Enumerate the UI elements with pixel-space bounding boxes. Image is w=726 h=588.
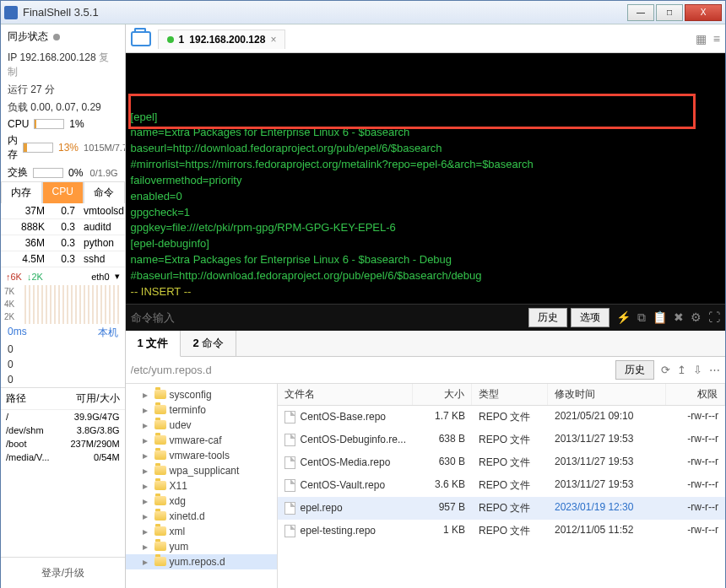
process-row[interactable]: 37M0.7vmtoolsd [1,203,125,219]
folder-icon [154,526,166,536]
tree-item[interactable]: ▸yum.repos.d [126,554,277,569]
maximize-button[interactable]: □ [656,4,683,21]
col-name[interactable]: 文件名 [278,384,413,405]
file-row[interactable]: epel.repo957 BREPO 文件2023/01/19 12:30-rw… [278,497,725,520]
file-row[interactable]: CentOS-Vault.repo3.6 KBREPO 文件2013/11/27… [278,474,725,497]
mem-meter [23,143,53,153]
tree-twisty-icon[interactable]: ▸ [143,556,151,568]
process-row[interactable]: 888K0.3auditd [1,219,125,235]
fm-tab-files[interactable]: 1 文件 [126,331,182,357]
tree-item[interactable]: ▸X11 [126,478,277,494]
session-close-icon[interactable]: × [270,34,276,46]
session-status-icon [167,36,174,43]
tree-item[interactable]: ▸wpa_supplicant [126,463,277,478]
app-title: FinalShell 3.5.1 [23,6,99,19]
refresh-icon[interactable]: ⟳ [661,364,670,376]
tree-item[interactable]: ▸yum [126,539,277,554]
grid-view-icon[interactable]: ▦ [696,32,707,46]
disk-row[interactable]: /39.9G/47G [1,410,125,423]
download-icon[interactable]: ⇩ [693,364,702,376]
file-icon [284,456,295,469]
tree-item[interactable]: ▸vmware-tools [126,448,277,463]
file-row[interactable]: CentOS-Debuginfo.re...638 BREPO 文件2013/1… [278,429,725,451]
folder-tree[interactable]: ▸sysconfig▸terminfo▸udev▸vmware-caf▸vmwa… [126,384,278,588]
tree-twisty-icon[interactable]: ▸ [143,450,151,461]
upload-icon[interactable]: ↥ [677,364,686,376]
insert-mode-label: -- INSERT -- [131,284,720,300]
login-link[interactable]: 登录/升级 [1,557,125,588]
tree-twisty-icon[interactable]: ▸ [143,419,151,431]
process-row[interactable]: 4.5M0.3sshd [1,251,125,267]
path-input[interactable] [131,364,612,376]
net-iface: eth0 [91,272,109,282]
open-folder-icon[interactable] [131,31,151,46]
disk-row[interactable]: /dev/shm3.8G/3.8G [1,423,125,437]
tree-twisty-icon[interactable]: ▸ [143,541,151,553]
titlebar[interactable]: FinalShell 3.5.1 — □ X [1,1,725,24]
tree-item[interactable]: ▸terminfo [126,402,277,418]
list-view-icon[interactable]: ≡ [713,32,720,46]
col-perm[interactable]: 权限 [666,384,725,405]
tree-item[interactable]: ▸vmware-caf [126,433,277,448]
tree-item[interactable]: ▸xml [126,524,277,539]
disk-row[interactable]: /media/V...0/54M [1,450,125,464]
folder-icon [154,496,166,505]
chevron-down-icon[interactable]: ▾ [115,271,120,282]
fm-history-button[interactable]: 历史 [615,360,654,380]
terminal[interactable]: [epel]name=Extra Packages for Enterprise… [126,53,725,304]
tree-twisty-icon[interactable]: ▸ [143,465,151,477]
tree-twisty-icon[interactable]: ▸ [143,480,151,492]
folder-icon [154,481,166,490]
terminal-line: [epel-debuginfo] [131,236,720,252]
copy-icon[interactable]: ⧉ [637,310,646,325]
run-value: 27 分 [30,84,55,95]
ping-host[interactable]: 本机 [98,326,118,340]
tree-twisty-icon[interactable]: ▸ [143,389,151,401]
tree-twisty-icon[interactable]: ▸ [143,526,151,537]
clear-icon[interactable]: ✖ [674,310,684,325]
tab-cmd[interactable]: 命令 [84,181,125,203]
command-input[interactable] [131,311,525,324]
file-row[interactable]: CentOS-Media.repo630 BREPO 文件2013/11/27 … [278,451,725,474]
col-size[interactable]: 大小 [413,384,472,405]
bolt-icon[interactable]: ⚡ [616,310,631,325]
col-date[interactable]: 修改时间 [548,384,666,405]
load-label: 负载 [8,101,28,113]
tree-item[interactable]: ▸xinetd.d [126,509,277,524]
folder-icon [154,557,166,566]
paste-icon[interactable]: 📋 [653,310,667,325]
ip-label: IP [8,51,17,63]
tree-twisty-icon[interactable]: ▸ [143,495,151,507]
col-type[interactable]: 类型 [472,384,548,405]
file-row[interactable]: CentOS-Base.repo1.7 KBREPO 文件2021/05/21 … [278,406,725,429]
more-icon[interactable]: ⋯ [709,364,720,376]
folder-icon [154,450,166,460]
minimize-button[interactable]: — [627,4,654,21]
session-tab[interactable]: 1 192.168.200.128 × [158,30,286,49]
tree-item[interactable]: ▸sysconfig [126,387,277,402]
tree-item[interactable]: ▸xdg [126,494,277,509]
terminal-line: failovermethod=priority [131,173,720,189]
terminal-line: #mirrorlist=https://mirrors.fedoraprojec… [131,157,720,173]
tree-twisty-icon[interactable]: ▸ [143,404,151,416]
path-col-size: 可用/大小 [52,391,120,406]
tab-cpu[interactable]: CPU [42,181,84,203]
fm-tab-cmd[interactable]: 2 命令 [181,331,236,356]
mem-usage: 1015M/7.7G [84,143,126,153]
sync-status-icon [53,34,60,40]
fullscreen-icon[interactable]: ⛶ [708,310,720,325]
tree-twisty-icon[interactable]: ▸ [143,510,151,522]
options-button[interactable]: 选项 [571,308,610,327]
disk-row[interactable]: /boot237M/290M [1,437,125,450]
file-row[interactable]: epel-testing.repo1 KBREPO 文件2012/11/05 1… [278,520,725,542]
process-row[interactable]: 36M0.3python [1,235,125,251]
tab-mem[interactable]: 内存 [1,181,42,203]
close-button[interactable]: X [685,4,722,21]
folder-icon [154,435,166,445]
highlight-box [128,94,696,129]
tree-twisty-icon[interactable]: ▸ [143,434,151,446]
gear-icon[interactable]: ⚙ [691,310,702,325]
history-button[interactable]: 历史 [528,308,567,327]
tree-item[interactable]: ▸udev [126,418,277,433]
command-bar: 历史 选项 ⚡ ⧉ 📋 ✖ ⚙ ⛶ [126,304,725,331]
